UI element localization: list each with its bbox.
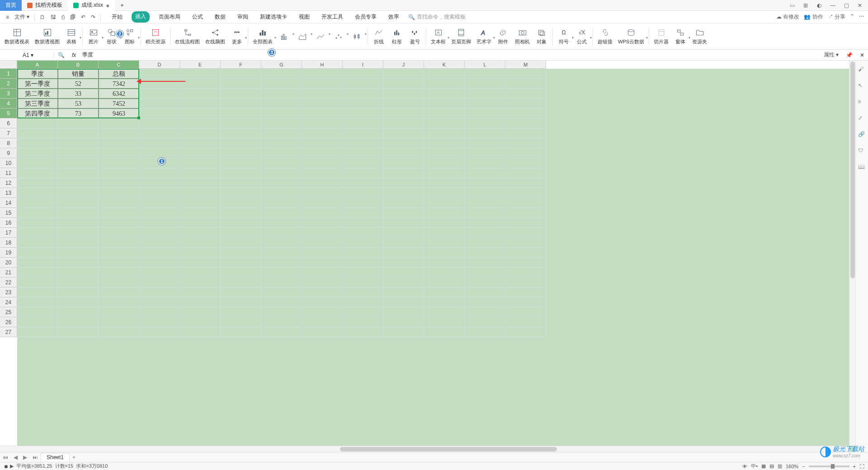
cell-I22[interactable]	[343, 277, 383, 287]
cell-A12[interactable]	[17, 178, 58, 188]
row-header-2[interactable]: 2	[0, 79, 17, 89]
cell-L15[interactable]	[465, 208, 505, 218]
home-tab[interactable]: 首页	[0, 0, 22, 11]
row-header-8[interactable]: 8	[0, 138, 17, 148]
sheet-nav-first[interactable]: ⏮	[0, 454, 11, 461]
cell-C21[interactable]	[99, 268, 139, 277]
cell-I16[interactable]	[343, 218, 383, 228]
cell-J13[interactable]	[383, 188, 424, 198]
cell-E13[interactable]	[180, 188, 221, 198]
cell-F21[interactable]	[221, 268, 261, 277]
cell-A22[interactable]	[17, 277, 58, 287]
command-search[interactable]: 🔍 查找命令, 搜索模板	[408, 13, 465, 21]
cell-G26[interactable]	[261, 317, 302, 327]
cell-D25[interactable]	[139, 307, 180, 317]
wps-cloud-data-button[interactable]: WPS云数据	[615, 27, 647, 46]
cell-F23[interactable]	[221, 287, 261, 297]
stop-macro-icon[interactable]: ▶	[10, 463, 14, 469]
cell-E5[interactable]	[180, 108, 221, 118]
cell-J17[interactable]	[383, 228, 424, 238]
row-header-9[interactable]: 9	[0, 148, 17, 158]
row-header-13[interactable]: 13	[0, 188, 17, 198]
new-file-icon[interactable]: 🗋	[38, 13, 47, 22]
cell-G24[interactable]	[261, 297, 302, 307]
cell-M18[interactable]	[505, 238, 546, 248]
cell-M13[interactable]	[505, 188, 546, 198]
cell-F1[interactable]	[221, 69, 261, 79]
cell-A7[interactable]	[17, 128, 58, 138]
tab-formula[interactable]: 公式	[189, 11, 206, 23]
cell-L19[interactable]	[465, 248, 505, 258]
cell-L4[interactable]	[465, 99, 505, 108]
cell-B5[interactable]: 73	[58, 108, 99, 118]
cell-B20[interactable]	[58, 258, 99, 268]
cell-H11[interactable]	[302, 168, 343, 178]
tab-review[interactable]: 审阅	[235, 11, 251, 23]
cell-C20[interactable]	[99, 258, 139, 268]
cell-E27[interactable]	[180, 327, 221, 337]
zh-icon[interactable]: 中•	[751, 463, 758, 470]
view-normal-icon[interactable]: ▦	[761, 463, 766, 469]
cell-A2[interactable]: 第一季度	[17, 79, 58, 89]
sparkline-winloss-button[interactable]: 盈亏	[406, 27, 424, 46]
picture-button[interactable]: 图片	[85, 27, 103, 46]
cell-I24[interactable]	[343, 297, 383, 307]
cell-K2[interactable]	[424, 79, 465, 89]
sheet-tab-1[interactable]: Sheet1	[41, 453, 70, 461]
cell-A15[interactable]	[17, 208, 58, 218]
cell-K25[interactable]	[424, 307, 465, 317]
cell-F16[interactable]	[221, 218, 261, 228]
cell-K16[interactable]	[424, 218, 465, 228]
cell-L14[interactable]	[465, 198, 505, 208]
cell-L7[interactable]	[465, 128, 505, 138]
cell-F20[interactable]	[221, 258, 261, 268]
row-header-18[interactable]: 18	[0, 238, 17, 248]
cell-E11[interactable]	[180, 168, 221, 178]
cell-B22[interactable]	[58, 277, 99, 287]
cell-B13[interactable]	[58, 188, 99, 198]
cell-E24[interactable]	[180, 297, 221, 307]
more-icon[interactable]: ⋯	[859, 13, 864, 21]
cell-F6[interactable]	[221, 118, 261, 128]
cell-A9[interactable]	[17, 148, 58, 158]
column-header-J[interactable]: J	[383, 61, 424, 69]
row-header-12[interactable]: 12	[0, 178, 17, 188]
properties-button[interactable]: 属性 ▾	[820, 51, 842, 59]
cell-A20[interactable]	[17, 258, 58, 268]
cell-D20[interactable]	[139, 258, 180, 268]
cell-F15[interactable]	[221, 208, 261, 218]
cell-L13[interactable]	[465, 188, 505, 198]
cell-F5[interactable]	[221, 108, 261, 118]
cell-H22[interactable]	[302, 277, 343, 287]
cell-L25[interactable]	[465, 307, 505, 317]
cell-L27[interactable]	[465, 327, 505, 337]
cell-H5[interactable]	[302, 108, 343, 118]
collapse-ribbon-icon[interactable]: ⌃	[850, 13, 854, 21]
cell-D6[interactable]	[139, 118, 180, 128]
zoom-out-button[interactable]: −	[802, 464, 805, 469]
cell-L24[interactable]	[465, 297, 505, 307]
cell-K10[interactable]	[424, 158, 465, 168]
cell-A21[interactable]	[17, 268, 58, 277]
cell-K9[interactable]	[424, 148, 465, 158]
sheet-nav-prev[interactable]: ◀	[11, 454, 20, 461]
cell-D5[interactable]	[139, 108, 180, 118]
cell-G27[interactable]	[261, 327, 302, 337]
cell-I5[interactable]	[343, 108, 383, 118]
cell-L12[interactable]	[465, 178, 505, 188]
row-header-26[interactable]: 26	[0, 317, 17, 327]
cell-E15[interactable]	[180, 208, 221, 218]
cell-H27[interactable]	[302, 327, 343, 337]
cell-L16[interactable]	[465, 218, 505, 228]
symbol-button[interactable]: Ω符号	[555, 27, 573, 46]
cell-F7[interactable]	[221, 128, 261, 138]
cell-J25[interactable]	[383, 307, 424, 317]
shield-icon[interactable]: 🛡	[858, 147, 866, 155]
cell-C4[interactable]: 7452	[99, 99, 139, 108]
row-header-23[interactable]: 23	[0, 287, 17, 297]
cell-C19[interactable]	[99, 248, 139, 258]
cell-C17[interactable]	[99, 228, 139, 238]
cell-J5[interactable]	[383, 108, 424, 118]
online-mindmap-button[interactable]: 在线脑图	[203, 27, 228, 46]
cell-A14[interactable]	[17, 198, 58, 208]
